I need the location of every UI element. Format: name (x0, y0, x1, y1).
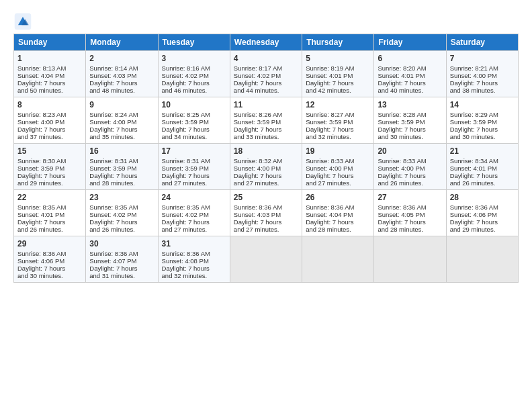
day-info-line: Sunrise: 8:36 AM (17, 250, 82, 257)
day-info-line: Daylight: 7 hours (89, 172, 154, 179)
day-number: 30 (89, 239, 154, 248)
day-number: 25 (234, 193, 298, 202)
day-info-line: Sunrise: 8:36 AM (162, 250, 226, 257)
day-info-line: and 40 minutes. (378, 87, 442, 94)
day-info-line: Sunrise: 8:36 AM (234, 203, 298, 211)
calendar-cell: 24Sunrise: 8:35 AMSunset: 4:02 PMDayligh… (158, 190, 230, 236)
calendar-cell: 8Sunrise: 8:23 AMSunset: 4:00 PMDaylight… (14, 97, 86, 144)
calendar-cell: 20Sunrise: 8:33 AMSunset: 4:00 PMDayligh… (374, 144, 446, 190)
day-number: 7 (450, 54, 515, 63)
day-info-line: Daylight: 7 hours (17, 265, 82, 272)
day-info-line: Daylight: 7 hours (378, 79, 442, 87)
day-info-line: Sunset: 4:02 PM (234, 72, 298, 79)
day-info-line: Daylight: 7 hours (450, 126, 515, 133)
calendar-cell: 30Sunrise: 8:36 AMSunset: 4:07 PMDayligh… (86, 236, 158, 283)
day-info-line: and 46 minutes. (162, 87, 226, 94)
calendar-cell: 31Sunrise: 8:36 AMSunset: 4:08 PMDayligh… (158, 236, 230, 283)
day-info-line: Sunrise: 8:16 AM (162, 64, 226, 72)
calendar-cell: 16Sunrise: 8:31 AMSunset: 3:59 PMDayligh… (86, 144, 158, 190)
day-info-line: Sunset: 4:00 PM (234, 165, 298, 172)
day-info-line: Sunrise: 8:13 AM (17, 64, 82, 72)
calendar-week-row: 8Sunrise: 8:23 AMSunset: 4:00 PMDaylight… (14, 97, 519, 144)
day-info-line: Daylight: 7 hours (17, 126, 82, 133)
day-info-line: and 26 minutes. (89, 226, 154, 233)
day-info-line: Sunset: 4:06 PM (17, 257, 82, 265)
day-info-line: Daylight: 7 hours (162, 172, 226, 179)
day-info-line: and 28 minutes. (378, 226, 442, 233)
day-number: 2 (89, 54, 154, 63)
day-number: 21 (450, 146, 515, 156)
day-info-line: Daylight: 7 hours (306, 172, 370, 179)
day-info-line: Sunset: 4:00 PM (450, 72, 515, 79)
day-number: 10 (162, 100, 226, 109)
day-number: 13 (378, 100, 442, 109)
day-number: 3 (162, 54, 226, 63)
calendar-cell (302, 236, 374, 283)
day-info-line: and 27 minutes. (162, 226, 226, 233)
calendar-cell: 29Sunrise: 8:36 AMSunset: 4:06 PMDayligh… (14, 236, 86, 283)
day-number: 27 (378, 193, 442, 202)
calendar-cell: 18Sunrise: 8:32 AMSunset: 4:00 PMDayligh… (230, 144, 302, 190)
calendar-table: SundayMondayTuesdayWednesdayThursdayFrid… (13, 34, 519, 283)
day-info-line: Sunrise: 8:21 AM (450, 64, 515, 72)
day-info-line: Sunset: 4:05 PM (378, 211, 442, 218)
day-info-line: Daylight: 7 hours (89, 79, 154, 87)
logo-icon (13, 12, 32, 31)
day-number: 17 (162, 146, 226, 156)
day-number: 24 (162, 193, 226, 202)
day-info-line: Sunrise: 8:33 AM (306, 157, 370, 165)
day-info-line: Sunset: 4:01 PM (17, 211, 82, 218)
day-info-line: and 35 minutes. (89, 133, 154, 140)
day-number: 4 (234, 54, 298, 63)
weekday-header: Friday (374, 34, 446, 51)
day-number: 8 (17, 100, 82, 109)
day-number: 14 (450, 100, 515, 109)
day-info-line: Sunset: 3:59 PM (234, 118, 298, 126)
calendar-cell: 5Sunrise: 8:19 AMSunset: 4:01 PMDaylight… (302, 51, 374, 97)
calendar-cell: 14Sunrise: 8:29 AMSunset: 3:59 PMDayligh… (446, 97, 518, 144)
day-info-line: Daylight: 7 hours (89, 126, 154, 133)
day-info-line: Sunrise: 8:36 AM (450, 203, 515, 211)
day-info-line: Sunset: 3:59 PM (450, 118, 515, 126)
day-info-line: Sunrise: 8:26 AM (234, 111, 298, 118)
calendar-cell: 28Sunrise: 8:36 AMSunset: 4:06 PMDayligh… (446, 190, 518, 236)
calendar-cell: 17Sunrise: 8:31 AMSunset: 3:59 PMDayligh… (158, 144, 230, 190)
day-info-line: Daylight: 7 hours (378, 172, 442, 179)
day-info-line: Sunrise: 8:36 AM (89, 250, 154, 257)
day-info-line: Sunset: 4:00 PM (378, 165, 442, 172)
day-info-line: Daylight: 7 hours (450, 218, 515, 226)
day-info-line: Daylight: 7 hours (89, 265, 154, 272)
weekday-header: Sunday (14, 34, 86, 51)
calendar-cell: 15Sunrise: 8:30 AMSunset: 3:59 PMDayligh… (14, 144, 86, 190)
day-info-line: Daylight: 7 hours (450, 172, 515, 179)
day-info-line: Sunset: 3:59 PM (89, 165, 154, 172)
day-info-line: and 32 minutes. (306, 133, 370, 140)
day-info-line: Sunset: 3:59 PM (162, 165, 226, 172)
calendar-cell: 23Sunrise: 8:35 AMSunset: 4:02 PMDayligh… (86, 190, 158, 236)
day-info-line: Sunrise: 8:35 AM (162, 203, 226, 211)
day-info-line: and 27 minutes. (162, 179, 226, 187)
day-number: 28 (450, 193, 515, 202)
calendar-week-row: 1Sunrise: 8:13 AMSunset: 4:04 PMDaylight… (14, 51, 519, 97)
day-info-line: Daylight: 7 hours (162, 126, 226, 133)
day-info-line: Daylight: 7 hours (162, 79, 226, 87)
day-info-line: Daylight: 7 hours (450, 79, 515, 87)
day-info-line: and 44 minutes. (234, 87, 298, 94)
day-info-line: Sunset: 4:03 PM (234, 211, 298, 218)
day-info-line: and 27 minutes. (306, 179, 370, 187)
day-info-line: Sunset: 4:01 PM (306, 72, 370, 79)
day-info-line: Daylight: 7 hours (234, 79, 298, 87)
day-info-line: Sunset: 4:03 PM (89, 72, 154, 79)
day-info-line: Sunrise: 8:32 AM (234, 157, 298, 165)
calendar-cell: 4Sunrise: 8:17 AMSunset: 4:02 PMDaylight… (230, 51, 302, 97)
day-info-line: and 28 minutes. (89, 179, 154, 187)
day-number: 20 (378, 146, 442, 156)
day-info-line: and 28 minutes. (306, 226, 370, 233)
day-info-line: and 29 minutes. (17, 179, 82, 187)
day-info-line: Daylight: 7 hours (378, 218, 442, 226)
day-info-line: Sunrise: 8:35 AM (89, 203, 154, 211)
day-info-line: Sunset: 4:02 PM (89, 211, 154, 218)
day-info-line: Daylight: 7 hours (306, 218, 370, 226)
day-info-line: and 26 minutes. (378, 179, 442, 187)
day-info-line: and 33 minutes. (234, 133, 298, 140)
